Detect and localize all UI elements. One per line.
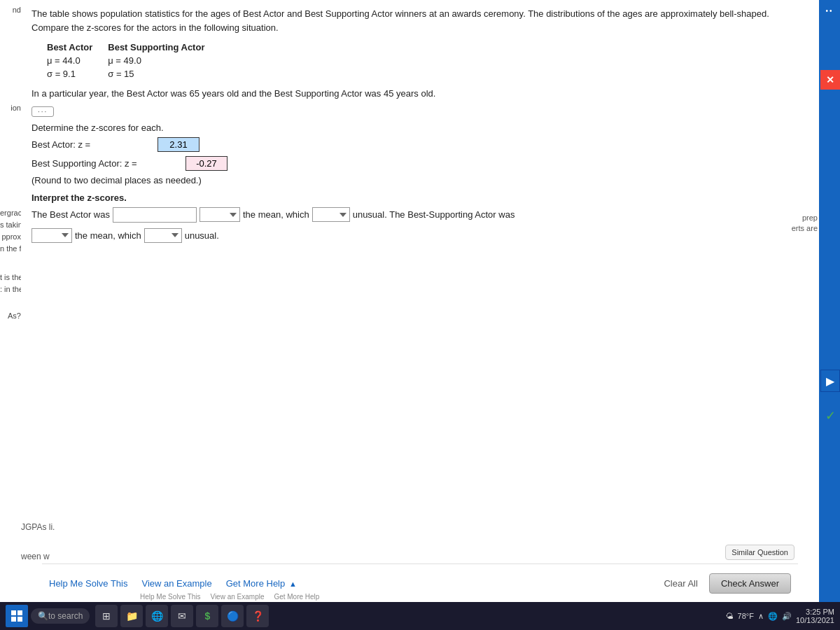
taskbar-apps: ⊞ 📁 🌐 ✉ $ 🔵 ❓ — [95, 605, 725, 627]
clear-all-button[interactable]: Clear All — [664, 578, 697, 589]
stakin-partial: s takin — [0, 220, 21, 229]
taskbar-app-search[interactable]: ⊞ — [95, 605, 118, 627]
expand-icon[interactable]: ∧ — [758, 612, 764, 621]
left-partial-labels: nd ion ergrac s takin pprox n the f t is… — [0, 0, 21, 602]
interpret-row-1: The Best Actor was above below at the me… — [31, 207, 808, 223]
taskbar-app-dollar[interactable]: $ — [196, 605, 218, 627]
interpret-row1-prefix: The Best Actor was — [31, 209, 110, 220]
similar-question-hint[interactable]: Similar Question — [725, 545, 794, 560]
get-more-help-arrow: ▲ — [289, 580, 297, 588]
ergrac-partial: ergrac — [0, 209, 21, 217]
taskbar: 🔍 to search ⊞ 📁 🌐 ✉ $ 🔵 ❓ Help Me Solve … — [0, 602, 840, 630]
interpret-row-2: above below at the mean, which is is not… — [31, 228, 808, 243]
best-supporting-actor-header: Best Supporting Actor — [108, 41, 218, 53]
interpret-row1-suffix: unusual. The Best-Supporting Actor was — [353, 209, 515, 220]
ween-partial: ween w — [21, 552, 50, 561]
jgpas-label: JGPAs li. — [21, 522, 55, 532]
weather-temp: 78°F — [738, 612, 754, 620]
tisthe-partial: t is the — [0, 273, 21, 281]
nd-partial: nd — [13, 6, 21, 14]
as-partial: As? — [8, 312, 21, 320]
taskbar-app-browser[interactable]: 🔵 — [221, 605, 244, 627]
round-note: (Round to two decimal places as needed.) — [31, 175, 808, 186]
interpret-dd2-unusual[interactable]: is is not — [144, 228, 182, 243]
interpret-dd1-unusual[interactable]: is is not — [312, 207, 350, 222]
scenario-text: In a particular year, the Best Actor was… — [31, 87, 808, 101]
time-display: 3:25 PM — [796, 608, 834, 616]
speaker-icon[interactable]: 🔊 — [782, 612, 792, 621]
right-sidebar: •• ✕ ▶ ✓ — [819, 0, 840, 602]
nthef-partial: n the f — [0, 244, 21, 253]
taskbar-hint-labels: Help Me Solve This View an Example Get M… — [140, 593, 319, 601]
svg-rect-3 — [18, 617, 22, 622]
taskbar-right: Help Me Solve This View an Example Get M… — [726, 608, 834, 624]
forward-arrow[interactable]: ▶ — [820, 370, 840, 392]
erts-partial: erts are — [792, 224, 819, 232]
taskbar-app-question[interactable]: ❓ — [246, 605, 269, 627]
network-icon: 🌐 — [768, 612, 778, 621]
best-actor-zscore-row: Best Actor: z = 2.31 — [31, 137, 808, 152]
search-icon: 🔍 — [38, 611, 48, 621]
best-actor-zscore-label: Best Actor: z = — [31, 139, 158, 150]
interpret-row2-suffix: unusual. — [185, 230, 219, 241]
taskbar-search[interactable]: 🔍 to search — [31, 608, 90, 624]
date-display: 10/13/2021 — [796, 616, 834, 624]
two-dots: •• — [825, 7, 833, 15]
best-supporting-zscore-row: Best Supporting Actor: z = -0.27 — [31, 156, 808, 171]
more-button[interactable]: ··· — [31, 106, 54, 117]
best-actor-header: Best Actor — [47, 41, 106, 53]
interpret-dd1-position[interactable]: above below at — [200, 207, 240, 222]
ion-partial: ion — [10, 104, 21, 112]
check-answer-button[interactable]: Check Answer — [709, 573, 791, 594]
stats-table: Best Actor Best Supporting Actor μ = 44.… — [46, 40, 808, 81]
main-content: nd ion ergrac s takin pprox n the f t is… — [0, 0, 840, 602]
best-supporting-sigma: σ = 15 — [108, 68, 218, 80]
best-actor-mu: μ = 44.0 — [47, 55, 106, 66]
interpret-label: Interpret the z-scores. — [31, 192, 808, 203]
weather-icon: 🌤 — [726, 612, 734, 620]
best-supporting-zscore-value[interactable]: -0.27 — [186, 156, 227, 171]
best-supporting-mu: μ = 49.0 — [108, 55, 218, 66]
taskbar-app-mail[interactable]: ✉ — [171, 605, 193, 627]
get-more-help-link[interactable]: Get More Help ▲ — [226, 578, 297, 589]
interpret-dd2-position[interactable]: above below at — [31, 228, 72, 243]
inthe-partial: : in the — [0, 285, 21, 293]
svg-rect-1 — [18, 610, 22, 615]
interpret-row2-mid: the mean, which — [75, 230, 141, 241]
close-button[interactable]: ✕ — [820, 70, 840, 90]
prep-partial: prep — [802, 214, 819, 222]
action-bar-right: Clear All Check Answer — [664, 573, 791, 594]
action-bar-left: Help Me Solve This View an Example Get M… — [49, 578, 297, 589]
check-icon: ✓ — [820, 405, 840, 427]
best-supporting-zscore-label: Best Supporting Actor: z = — [31, 158, 186, 169]
view-example-link[interactable]: View an Example — [141, 578, 211, 589]
help-me-solve-link[interactable]: Help Me Solve This — [49, 578, 127, 589]
determine-text: Determine the z-scores for each. — [31, 122, 808, 133]
problem-description: The table shows population statistics fo… — [31, 7, 808, 34]
pprox-partial: pprox — [1, 232, 21, 241]
best-actor-sigma: σ = 9.1 — [47, 68, 106, 80]
interpret-row1-mid: the mean, which — [243, 209, 309, 220]
interpret-blank-1[interactable] — [113, 207, 197, 223]
taskbar-app-files[interactable]: 📁 — [120, 605, 143, 627]
clock: 3:25 PM 10/13/2021 — [796, 608, 834, 624]
search-label: to search — [48, 611, 83, 621]
problem-area: The table shows population statistics fo… — [21, 0, 819, 602]
taskbar-app-edge[interactable]: 🌐 — [146, 605, 168, 627]
best-actor-zscore-value[interactable]: 2.31 — [158, 137, 200, 152]
svg-rect-2 — [11, 617, 16, 622]
start-button[interactable] — [6, 605, 28, 627]
svg-rect-0 — [11, 610, 16, 615]
